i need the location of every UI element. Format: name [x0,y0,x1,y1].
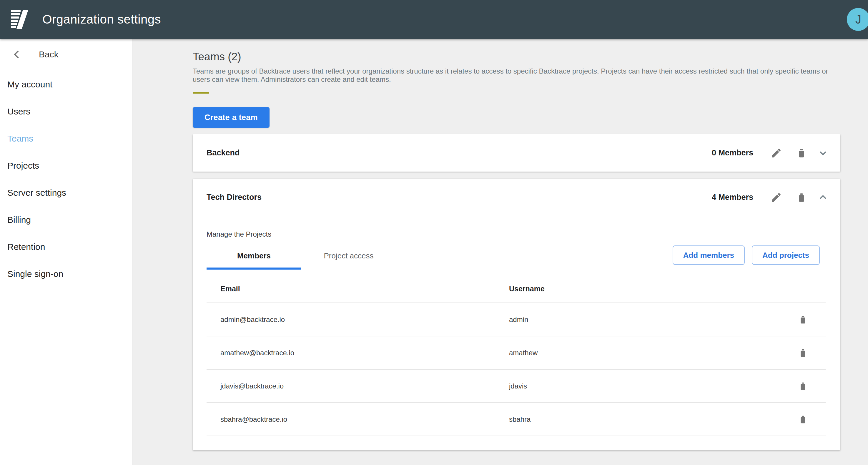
team-actions: Add members Add projects [673,245,820,265]
avatar-initial: J [855,13,861,26]
trash-icon [796,147,807,159]
sidebar-item-server-settings[interactable]: Server settings [0,179,132,206]
remove-member-button[interactable] [798,314,808,325]
trash-icon [798,414,808,425]
sidebar-item-billing[interactable]: Billing [0,206,132,234]
create-team-button[interactable]: Create a team [193,107,270,128]
tab-members[interactable]: Members [207,247,301,270]
team-card-header: Tech Directors 4 Members [193,179,840,216]
trash-icon [798,381,808,392]
sidebar-item-users[interactable]: Users [0,98,132,125]
section-title: Teams (2) [193,51,868,63]
table-row: admin@backtrace.io admin [207,303,826,336]
avatar[interactable]: J [847,8,868,31]
sidebar: Back My accountUsersTeamsProjectsServer … [0,39,132,465]
table-row: sbahra@backtrace.io sbahra [207,403,826,436]
sidebar-item-projects[interactable]: Projects [0,152,132,179]
members-count: 0 Members [712,148,753,157]
sidebar-nav: My accountUsersTeamsProjectsServer setti… [0,70,132,287]
team-card-backend: Backend 0 Members [193,134,840,172]
team-description: Manage the Projects [193,230,840,238]
column-header-username: Username [509,285,826,293]
team-name: Tech Directors [207,193,261,202]
edit-team-button[interactable] [770,147,782,159]
table-header-row: Email Username [207,275,826,303]
edit-team-button[interactable] [770,192,782,204]
back-label: Back [39,50,59,59]
member-email: sbahra@backtrace.io [220,415,509,424]
section-description: Teams are groups of Backtrace users that… [193,67,840,84]
remove-member-button[interactable] [798,381,808,392]
chevron-down-icon [817,148,829,159]
table-row: amathew@backtrace.io amathew [207,336,826,370]
pencil-icon [770,147,782,159]
member-username: sbahra [509,415,798,424]
sidebar-item-retention[interactable]: Retention [0,234,132,260]
team-card-tech-directors: Tech Directors 4 Members [193,179,840,450]
expand-team-button[interactable] [817,148,829,159]
delete-team-button[interactable] [796,147,807,159]
team-card-header: Backend 0 Members [193,134,840,172]
table-row: jdavis@backtrace.io jdavis [207,370,826,403]
app-header: Organization settings J [0,0,868,39]
member-email: amathew@backtrace.io [220,349,509,357]
team-name: Backend [207,148,240,157]
chevron-up-icon [817,192,829,203]
member-username: jdavis [509,382,798,390]
add-projects-button[interactable]: Add projects [752,245,820,265]
pencil-icon [770,192,782,204]
member-email: admin@backtrace.io [220,315,509,324]
main-content: Teams (2) Teams are groups of Backtrace … [132,39,868,465]
backtrace-logo-icon [11,10,30,29]
accent-divider [193,92,209,94]
card-footer-padding [193,437,840,450]
page-title: Organization settings [42,12,161,27]
members-count: 4 Members [712,193,753,202]
collapse-team-button[interactable] [817,192,829,203]
members-table: Email Username admin@backtrace.io admin … [207,275,826,437]
trash-icon [796,192,807,204]
team-controls: Members Project access Add members Add p… [193,245,840,270]
sidebar-item-my-account[interactable]: My account [0,71,132,98]
add-members-button[interactable]: Add members [673,245,745,265]
back-button[interactable]: Back [0,39,132,70]
remove-member-button[interactable] [798,348,808,358]
member-email: jdavis@backtrace.io [220,382,509,390]
trash-icon [798,314,808,325]
sidebar-item-teams[interactable]: Teams [0,125,132,152]
app-window: Organization settings J Back My accountU… [0,0,868,465]
remove-member-button[interactable] [798,414,808,425]
delete-team-button[interactable] [796,192,807,204]
tab-project-access[interactable]: Project access [301,247,396,270]
member-username: amathew [509,349,798,357]
member-username: admin [509,315,798,324]
chevron-left-icon [10,48,23,61]
sidebar-item-single-sign-on[interactable]: Single sign-on [0,260,132,287]
column-header-email: Email [220,285,509,293]
tabs: Members Project access [207,247,396,270]
table-body: admin@backtrace.io admin amathew@backtra… [207,303,826,436]
trash-icon [798,348,808,358]
